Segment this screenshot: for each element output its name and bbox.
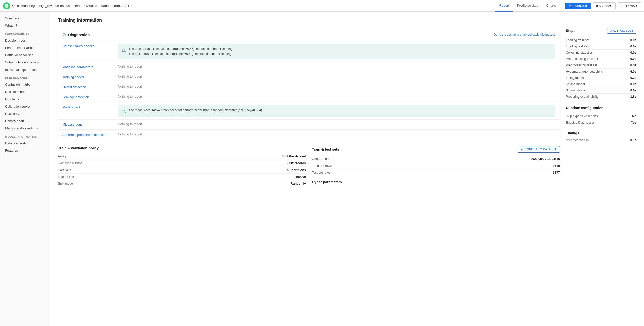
topbar-actions: PUBLISH ▶ DEPLOY ACTIONS ▾ — [565, 2, 641, 9]
sidebar-section-explainability: EXPLAINABILITY — [0, 29, 50, 37]
sidebar-item-decision-trees[interactable]: Decision trees — [0, 37, 50, 44]
deploy-button[interactable]: ▶ DEPLOY — [593, 2, 616, 9]
diag-label-modeling[interactable]: Modeling parameters — [62, 64, 118, 69]
nav-charts[interactable]: Charts — [542, 0, 560, 12]
breadcrumb-sep2: / — [98, 4, 99, 8]
diagnostics-title: Diagnostics — [68, 32, 491, 37]
breadcrumb-current[interactable]: Random forest (s1) — [101, 4, 133, 8]
step-loading-test: Loading test set 0.0s — [566, 43, 636, 50]
diag-row-model-check: Model check ⚠ The model (accuracy=0.792)… — [58, 102, 560, 120]
step-preprocessing-train: Preprocessing train set 0.0s — [566, 56, 636, 62]
train-rows-row: Train set rows 8610 — [312, 162, 560, 169]
open-logs-button[interactable]: OPEN FULL LOGS — [607, 28, 636, 34]
publish-button[interactable]: PUBLISH — [565, 3, 591, 9]
step-saving: Saving model 0.0s — [566, 81, 636, 87]
record-limit-key: Record limit — [58, 175, 75, 179]
diag-label-overfit[interactable]: Overfit detection — [62, 85, 118, 89]
timings-section: Timings Preprocessed in 0.1s — [566, 131, 636, 143]
diag-label-sanity[interactable]: Dataset sanity checks — [62, 44, 118, 48]
steps-header: Steps OPEN FULL LOGS — [566, 28, 636, 34]
generated-on-row: Generated on 2023/05/09 11:04:15 — [312, 156, 560, 162]
sidebar-item-what-if[interactable]: What if? — [0, 22, 50, 29]
sidebar-item-decision-chart[interactable]: Decision chart — [0, 88, 50, 95]
sidebar-item-confusion-matrix[interactable]: Confusion matrix — [0, 81, 50, 88]
topbar-nav: Report Predicted data Charts — [495, 0, 560, 12]
two-col-layout: ⊙ Diagnostics Go to the design to enable… — [58, 28, 636, 187]
runtime-skip-row: Skip expensive reports No — [566, 113, 636, 119]
train-test-title: Train & test sets — [312, 147, 339, 151]
diag-content-leakage: Nothing to report — [118, 95, 555, 99]
topbar: Quick modeling of high_revenue on custom… — [0, 0, 644, 12]
sidebar-item-lift-charts[interactable]: Lift charts — [0, 95, 50, 103]
diag-content-model-check: ⚠ The model (accuracy=0.792) does not pe… — [118, 105, 555, 117]
split-mode-key: Split mode — [58, 182, 73, 185]
breadcrumb-project[interactable]: Quick modeling of high_revenue on custom… — [12, 4, 82, 8]
sidebar-item-summary[interactable]: Summary — [0, 15, 50, 22]
sidebar-item-partial-dependence[interactable]: Partial dependence — [0, 51, 50, 59]
diag-label-abnormal[interactable]: Abnormal predictions detection — [62, 132, 118, 137]
sidebar-section-performance: PERFORMANCE — [0, 73, 50, 81]
split-mode-row: Split mode Randomly — [58, 180, 306, 187]
timings-title: Timings — [566, 131, 636, 135]
steps-title: Steps — [566, 29, 575, 33]
sidebar: Summary What if? EXPLAINABILITY Decision… — [0, 12, 50, 326]
sidebar-item-calibration-curve[interactable]: Calibration curve — [0, 103, 50, 110]
diagnostics-header: ⊙ Diagnostics Go to the design to enable… — [58, 28, 560, 41]
diagnostics-link[interactable]: Go to the design to enable/disable diagn… — [493, 33, 555, 36]
nav-predicted-data[interactable]: Predicted data — [513, 0, 542, 12]
partitions-row: Partitions All partitions — [58, 167, 306, 174]
nav-report[interactable]: Report — [495, 0, 513, 12]
bottom-info: Train & validation policy Policy Split t… — [58, 146, 560, 187]
diagnostics-card: ⊙ Diagnostics Go to the design to enable… — [58, 28, 560, 140]
diag-row-leakage: Leakage detection Nothing to report — [58, 92, 560, 102]
test-rows-row: Test set rows 2177 — [312, 169, 560, 176]
train-test-section: Train & test sets ⇄ EXPORT TO DATASET Ge… — [312, 146, 560, 187]
partitions-value: All partitions — [287, 168, 306, 172]
diag-warning-text-model-check: The model (accuracy=0.792) does not perf… — [129, 108, 262, 113]
app-logo[interactable] — [3, 2, 10, 9]
sidebar-item-metrics-assertions[interactable]: Metrics and assertions — [0, 125, 50, 132]
sidebar-item-density-chart[interactable]: Density chart — [0, 117, 50, 125]
main-content: Training information ⊙ Diagnostics Go to… — [50, 12, 644, 326]
diag-row-ml-assertions: ML assertions Nothing to report — [58, 120, 560, 130]
diagnostics-icon: ⊙ — [62, 32, 66, 37]
diag-row-training-speed: Training speed Nothing to report — [58, 72, 560, 82]
col-right: Steps OPEN FULL LOGS Loading train set 0… — [566, 28, 636, 187]
diag-nothing-abnormal: Nothing to report — [118, 132, 142, 136]
diag-warning-sanity: ⚠ The train dataset is imbalanced (balan… — [118, 44, 555, 59]
diag-content-overfit: Nothing to report — [118, 85, 555, 88]
layout: Summary What if? EXPLAINABILITY Decision… — [0, 12, 644, 326]
diag-row-overfit: Overfit detection Nothing to report — [58, 82, 560, 92]
diag-label-model-check[interactable]: Model check — [62, 105, 118, 109]
actions-button[interactable]: ACTIONS ▾ — [618, 2, 641, 9]
diag-content-sanity: ⚠ The train dataset is imbalanced (balan… — [118, 44, 555, 59]
diag-label-leakage[interactable]: Leakage detection — [62, 95, 118, 99]
runtime-diagnostics-row: Enabled Diagnostics Yes — [566, 119, 636, 126]
steps-panel: Steps OPEN FULL LOGS Loading train set 0… — [566, 28, 636, 100]
diag-row-modeling: Modeling parameters Nothing to report — [58, 62, 560, 72]
sidebar-item-data-preparation[interactable]: Data preparation — [0, 140, 50, 147]
export-dataset-button[interactable]: ⇄ EXPORT TO DATASET — [518, 146, 560, 153]
train-test-header: Train & test sets ⇄ EXPORT TO DATASET — [312, 146, 560, 153]
step-hyperparameter: Hyperparameter searching 6.0s — [566, 69, 636, 75]
sidebar-item-features[interactable]: Features — [0, 147, 50, 154]
runtime-title: Runtime configuration — [566, 106, 636, 110]
diag-warning-line1: The train dataset is imbalanced (balance… — [129, 46, 232, 51]
runtime-section: Runtime configuration Skip expensive rep… — [566, 106, 636, 126]
diag-row-abnormal: Abnormal predictions detection Nothing t… — [58, 130, 560, 140]
diag-label-ml-assertions[interactable]: ML assertions — [62, 122, 118, 126]
step-preprocessing-test: Preprocessing test set 0.0s — [566, 62, 636, 69]
sidebar-item-subpopulation-analysis[interactable]: Subpopulation analysis — [0, 59, 50, 66]
sidebar-item-roc-curve[interactable]: ROC curve — [0, 110, 50, 117]
train-validation-title: Train & validation policy — [58, 146, 306, 150]
breadcrumb-sep1: / — [84, 4, 85, 8]
timing-preprocessed-row: Preprocessed in 0.1s — [566, 137, 636, 143]
sidebar-item-feature-importance[interactable]: Feature importance — [0, 44, 50, 51]
step-collecting-stats: Collecting statistics 0.0s — [566, 50, 636, 56]
diag-content-training-speed: Nothing to report — [118, 75, 555, 78]
export-icon: ⇄ — [521, 148, 523, 151]
sidebar-item-individual-explanations[interactable]: Individual explanations — [0, 66, 50, 73]
train-validation-section: Train & validation policy Policy Split t… — [58, 146, 306, 187]
diag-label-training-speed[interactable]: Training speed — [62, 75, 118, 79]
breadcrumb-models[interactable]: Models — [86, 4, 97, 8]
